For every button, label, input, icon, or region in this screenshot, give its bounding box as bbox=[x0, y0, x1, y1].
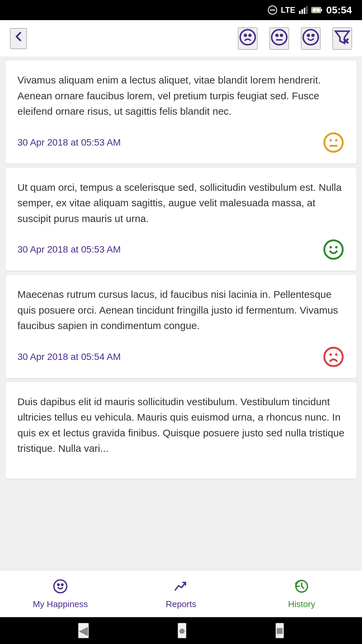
entry-date-3: 30 Apr 2018 at 05:54 AM bbox=[17, 352, 121, 362]
nav-label-history: History bbox=[288, 599, 315, 609]
entries-list: Vivamus aliquam enim a lectus aliquet, v… bbox=[0, 57, 362, 570]
top-nav-bar bbox=[0, 20, 362, 57]
svg-point-11 bbox=[245, 34, 246, 36]
svg-point-33 bbox=[54, 580, 67, 592]
entry-text-1: Vivamus aliquam enim a lectus aliquet, v… bbox=[17, 72, 345, 119]
svg-point-23 bbox=[324, 133, 343, 152]
nav-item-history[interactable]: History bbox=[241, 571, 362, 617]
android-recents-button[interactable]: ■ bbox=[276, 623, 284, 638]
entry-footer-1: 30 Apr 2018 at 05:53 AM bbox=[17, 131, 345, 154]
entry-footer-3: 30 Apr 2018 at 05:54 AM bbox=[17, 346, 345, 368]
svg-rect-3 bbox=[301, 9, 303, 14]
status-bar: LTE ⚡ 05:54 bbox=[0, 0, 362, 20]
svg-rect-5 bbox=[306, 6, 308, 14]
svg-point-15 bbox=[281, 34, 282, 36]
lte-icon: LTE bbox=[281, 5, 296, 15]
svg-rect-7 bbox=[321, 9, 322, 11]
entry-text-2: Ut quam orci, tempus a scelerisque sed, … bbox=[17, 180, 345, 227]
entry-text-4: Duis dapibus elit id mauris sollicitudin… bbox=[17, 394, 345, 457]
back-button[interactable] bbox=[10, 28, 27, 49]
entry-card-1: Vivamus aliquam enim a lectus aliquet, v… bbox=[5, 60, 357, 164]
svg-point-24 bbox=[329, 139, 332, 141]
nav-item-my-happiness[interactable]: My Happiness bbox=[0, 571, 121, 617]
entry-footer-2: 30 Apr 2018 at 05:53 AM bbox=[17, 238, 345, 261]
happy-filter-button[interactable] bbox=[301, 28, 320, 50]
entry-date-1: 30 Apr 2018 at 05:53 AM bbox=[17, 137, 121, 148]
mood-neutral-icon-1 bbox=[322, 131, 345, 154]
svg-point-27 bbox=[324, 240, 343, 259]
mood-sad-icon-3 bbox=[322, 346, 345, 368]
entry-card-4: Duis dapibus elit id mauris sollicitudin… bbox=[5, 382, 357, 479]
svg-point-25 bbox=[335, 139, 338, 141]
svg-rect-2 bbox=[299, 11, 301, 14]
android-home-button[interactable]: ● bbox=[178, 623, 186, 638]
bottom-nav: My Happiness Reports History bbox=[0, 570, 362, 617]
svg-point-28 bbox=[329, 246, 332, 249]
neutral-filter-button[interactable] bbox=[269, 28, 289, 50]
svg-text:⚡: ⚡ bbox=[314, 8, 318, 13]
history-icon bbox=[294, 579, 309, 596]
status-icons: LTE ⚡ 05:54 bbox=[267, 4, 352, 16]
do-not-disturb-icon bbox=[267, 5, 278, 15]
svg-point-12 bbox=[249, 34, 251, 36]
entry-card-2: Ut quam orci, tempus a scelerisque sed, … bbox=[5, 168, 357, 271]
svg-point-34 bbox=[58, 584, 59, 585]
entry-card-3: Maecenas rutrum cursus lacus, id faucibu… bbox=[5, 275, 357, 378]
happiness-icon bbox=[53, 579, 68, 596]
nav-label-reports: Reports bbox=[166, 599, 196, 609]
svg-point-17 bbox=[303, 30, 318, 45]
svg-point-18 bbox=[308, 34, 309, 36]
svg-point-35 bbox=[61, 584, 63, 585]
svg-point-10 bbox=[240, 30, 255, 45]
svg-rect-4 bbox=[304, 8, 305, 14]
svg-point-19 bbox=[312, 34, 314, 36]
svg-point-31 bbox=[329, 353, 332, 356]
entry-date-2: 30 Apr 2018 at 05:53 AM bbox=[17, 244, 121, 255]
signal-icon bbox=[299, 5, 308, 15]
battery-icon: ⚡ bbox=[311, 5, 323, 15]
nav-item-reports[interactable]: Reports bbox=[121, 571, 241, 617]
svg-point-14 bbox=[276, 34, 278, 36]
svg-point-13 bbox=[272, 30, 287, 45]
android-nav-bar: ◀ ● ■ bbox=[0, 617, 362, 644]
svg-point-30 bbox=[324, 347, 343, 366]
filter-icons bbox=[238, 28, 352, 50]
clear-filter-button[interactable] bbox=[333, 28, 352, 50]
svg-point-29 bbox=[335, 246, 338, 249]
status-time: 05:54 bbox=[326, 4, 352, 16]
mood-happy-icon-2 bbox=[322, 238, 345, 261]
reports-icon bbox=[173, 579, 189, 596]
sad-filter-button[interactable] bbox=[238, 28, 257, 50]
entry-text-3: Maecenas rutrum cursus lacus, id faucibu… bbox=[17, 287, 345, 334]
android-back-button[interactable]: ◀ bbox=[78, 623, 89, 638]
nav-label-my-happiness: My Happiness bbox=[33, 599, 88, 609]
svg-point-32 bbox=[335, 353, 338, 356]
